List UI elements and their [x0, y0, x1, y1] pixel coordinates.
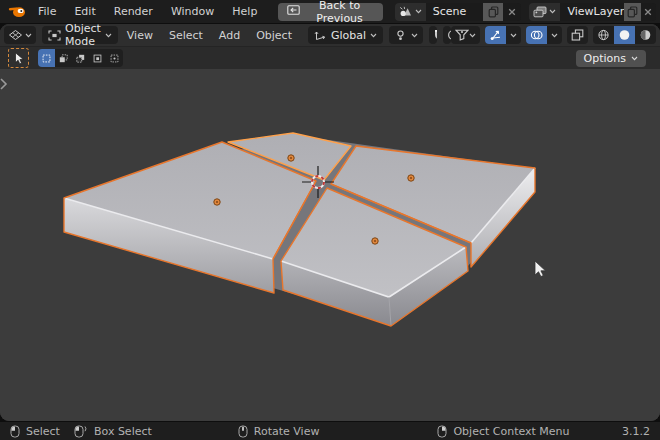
show-gizmo-toggle[interactable] [485, 26, 506, 44]
viewport-3d-view[interactable] [0, 69, 660, 421]
chevron-down-icon [411, 33, 418, 38]
header-right-cluster [451, 26, 656, 44]
hint-select: Select [10, 425, 60, 438]
select-mode-subtract[interactable] [72, 49, 89, 67]
duplicate-icon [488, 6, 499, 18]
show-overlays-toggle[interactable] [526, 26, 547, 44]
chevron-down-icon [631, 56, 638, 61]
solid-shading-icon [618, 29, 631, 41]
material-preview-shading-icon [639, 29, 652, 41]
select-extend-icon [59, 53, 68, 64]
options-button[interactable]: Options [576, 50, 646, 67]
solid-shading-button[interactable] [614, 26, 635, 44]
scene-duplicate-button[interactable] [483, 3, 503, 21]
object-visibility-dropdown[interactable] [451, 26, 480, 44]
viewport-editor: Object Mode View Select Add Object Globa… [0, 24, 660, 421]
shading-group [593, 26, 656, 44]
menu-select[interactable]: Select [161, 29, 211, 42]
select-set-icon [42, 53, 51, 64]
select-invert-icon [93, 53, 102, 64]
wireframe-shading-button[interactable] [593, 26, 614, 44]
chevron-down-icon [549, 9, 556, 14]
orientation-label: Global [331, 29, 366, 42]
viewlayer-add-button[interactable] [624, 3, 641, 21]
viewport-canvas[interactable] [0, 69, 660, 421]
viewlayer-selector: ViewLayer [529, 3, 656, 21]
blender-window: File Edit Render Window Help Back to Pre… [0, 0, 660, 440]
snapping-group [429, 26, 437, 44]
blender-logo-icon[interactable] [8, 4, 27, 20]
hint-select-label: Select [26, 425, 60, 438]
menu-render[interactable]: Render [105, 0, 162, 23]
hint-box-select-label: Box Select [94, 425, 152, 438]
menu-view[interactable]: View [119, 29, 161, 42]
blender-version: 3.1.2 [622, 425, 650, 438]
xray-toggle[interactable] [567, 26, 588, 44]
hint-object-context-menu: Object Context Menu [437, 425, 569, 438]
hint-rotate-view: Rotate View [238, 425, 320, 438]
select-tool-cursor-icon [13, 52, 24, 65]
pivot-point-dropdown[interactable] [389, 26, 423, 44]
viewlayer-browse-button[interactable] [529, 3, 560, 21]
snap-toggle-button[interactable] [429, 26, 437, 44]
gizmo-group [485, 26, 521, 44]
back-to-previous-label: Back to Previous [305, 0, 373, 25]
select-mode-intersect[interactable] [106, 49, 123, 67]
scene-name-field[interactable]: Scene [426, 3, 484, 21]
gizmo-dropdown[interactable] [506, 26, 521, 44]
select-mode-group [38, 49, 123, 67]
viewlayer-name-field[interactable]: ViewLayer [560, 3, 624, 21]
editor-type-button[interactable] [4, 26, 36, 44]
viewlayer-remove-button[interactable] [641, 3, 656, 21]
viewlayer-icon [533, 6, 547, 18]
back-to-previous-button[interactable]: Back to Previous [278, 3, 382, 21]
mode-dropdown[interactable]: Object Mode [42, 26, 118, 44]
chevron-down-icon [551, 33, 558, 38]
mouse-middle-click-icon [238, 425, 248, 438]
menu-edit[interactable]: Edit [65, 0, 104, 23]
select-mode-set[interactable] [38, 49, 55, 67]
object-origin [372, 238, 378, 244]
duplicate-icon [627, 6, 638, 18]
menu-object[interactable]: Object [248, 29, 300, 42]
chevron-down-icon [370, 33, 377, 38]
overlays-icon [530, 29, 543, 41]
menu-file[interactable]: File [29, 0, 65, 23]
active-tool-select-box[interactable] [8, 48, 29, 68]
scene-selector: Scene [395, 3, 522, 21]
overlays-dropdown[interactable] [547, 26, 562, 44]
scene-browse-button[interactable] [395, 3, 426, 21]
menu-add[interactable]: Add [211, 29, 248, 42]
statusbar: Select Box Select Rotate View Object Con… [0, 422, 660, 440]
wireframe-shading-icon [597, 29, 610, 41]
object-origin [214, 199, 220, 205]
mouse-left-drag-icon [74, 425, 88, 438]
mouse-cursor [535, 261, 546, 277]
visibility-group [451, 26, 480, 44]
chevron-down-icon [105, 33, 112, 38]
chevron-down-icon [25, 33, 32, 38]
material-shading-button[interactable] [635, 26, 656, 44]
transform-orientation-icon [314, 30, 327, 41]
overlays-group [526, 26, 562, 44]
menu-window[interactable]: Window [162, 0, 223, 23]
scene-unlink-button[interactable] [503, 3, 521, 21]
object-origin [288, 155, 294, 161]
select-subtract-icon [76, 53, 85, 64]
toolbar-expand-arrow[interactable] [1, 79, 6, 89]
pivot-point-icon [394, 30, 407, 41]
chevron-down-icon [415, 9, 422, 14]
select-mode-invert[interactable] [89, 49, 106, 67]
object-mode-icon [48, 30, 61, 41]
proportional-editing-toggle[interactable] [443, 26, 451, 44]
hint-rotate-view-label: Rotate View [254, 425, 320, 438]
mode-label: Object Mode [65, 24, 101, 48]
mouse-left-click-icon [10, 425, 20, 438]
close-icon [508, 8, 516, 16]
topbar: File Edit Render Window Help Back to Pre… [0, 0, 660, 23]
proportional-edit-group [443, 26, 451, 44]
transform-orientation-dropdown[interactable]: Global [308, 26, 383, 44]
menu-help[interactable]: Help [223, 0, 266, 23]
options-label: Options [584, 52, 626, 65]
select-mode-extend[interactable] [55, 49, 72, 67]
